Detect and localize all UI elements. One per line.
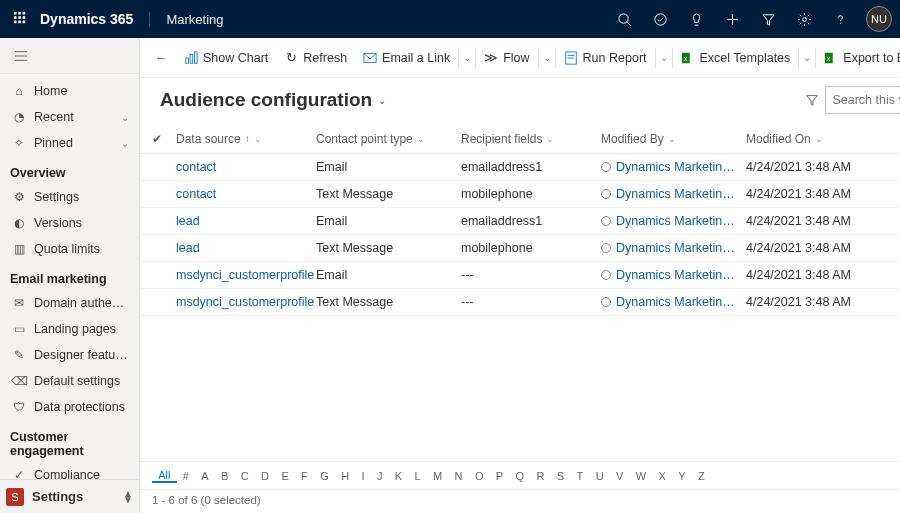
alpha-letter[interactable]: C <box>235 470 255 482</box>
data-source-link[interactable]: contact <box>176 160 216 174</box>
sidebar-item[interactable]: ▥Quota limits <box>0 236 139 262</box>
sidebar-item[interactable]: ⚙Settings <box>0 184 139 210</box>
help-icon[interactable] <box>822 0 858 38</box>
user-avatar[interactable]: NU <box>866 6 892 32</box>
sidebar-item[interactable]: ✓Compliance <box>0 462 139 479</box>
filter-icon[interactable] <box>750 0 786 38</box>
column-modified-on[interactable]: Modified On⌄ <box>746 132 886 146</box>
alpha-letter[interactable]: I <box>355 470 370 482</box>
data-source-link[interactable]: lead <box>176 214 200 228</box>
alpha-letter[interactable]: W <box>630 470 653 482</box>
cell-modified-by[interactable]: Dynamics Marketing Customer <box>601 268 746 282</box>
sidebar-area-switcher[interactable]: S Settings ▲▼ <box>0 479 139 513</box>
sidebar-item[interactable]: ✉Domain authentic... <box>0 290 139 316</box>
run-report-button[interactable]: Run Report <box>556 38 655 78</box>
alpha-letter[interactable]: # <box>177 470 196 482</box>
data-source-link[interactable]: lead <box>176 241 200 255</box>
cell-contact-point: Email <box>316 214 461 228</box>
gear-icon[interactable] <box>786 0 822 38</box>
brand-name[interactable]: Dynamics 365 <box>40 11 149 27</box>
email-link-button[interactable]: Email a Link <box>355 38 458 78</box>
view-title[interactable]: Audience configuration <box>160 89 372 111</box>
export-excel-button[interactable]: xExport to Excel <box>816 38 900 78</box>
cell-modified-by[interactable]: Dynamics Marketing Customer <box>601 187 746 201</box>
column-recipient-fields[interactable]: Recipient fields⌄ <box>461 132 601 146</box>
sidebar-item[interactable]: 🛡Data protections <box>0 394 139 420</box>
nav-icon: ▥ <box>10 242 28 256</box>
table-row[interactable]: leadText MessagemobilephoneDynamics Mark… <box>140 235 900 262</box>
cell-modified-by[interactable]: Dynamics Marketing Customer <box>601 295 746 309</box>
search-icon[interactable] <box>606 0 642 38</box>
report-split[interactable]: ⌄ <box>655 48 673 68</box>
back-button[interactable]: ← <box>146 38 176 78</box>
data-source-link[interactable]: msdynci_customerprofile <box>176 295 314 309</box>
sidebar-item-label: Domain authentic... <box>34 296 129 310</box>
alpha-letter[interactable]: F <box>295 470 314 482</box>
show-chart-button[interactable]: Show Chart <box>176 38 276 78</box>
alpha-letter[interactable]: T <box>570 470 589 482</box>
alpha-letter[interactable]: U <box>589 470 609 482</box>
refresh-button[interactable]: ↻Refresh <box>276 38 355 78</box>
alpha-letter[interactable]: L <box>408 470 427 482</box>
email-link-split[interactable]: ⌄ <box>458 48 476 68</box>
column-modified-by[interactable]: Modified By⌄ <box>601 132 746 146</box>
table-row[interactable]: msdynci_customerprofileEmail---Dynamics … <box>140 262 900 289</box>
cell-modified-by[interactable]: Dynamics Marketing Customer <box>601 241 746 255</box>
alpha-letter[interactable]: O <box>469 470 490 482</box>
app-launcher-icon[interactable] <box>0 11 40 28</box>
excel-templates-button[interactable]: xExcel Templates <box>673 38 799 78</box>
alpha-letter[interactable]: P <box>490 470 510 482</box>
presence-icon <box>601 243 611 253</box>
lightbulb-icon[interactable] <box>678 0 714 38</box>
chevron-down-icon[interactable]: ⌄ <box>378 95 386 106</box>
sidebar-item[interactable]: ◔Recent⌄ <box>0 104 139 130</box>
alpha-letter[interactable]: X <box>652 470 672 482</box>
table-row[interactable]: contactText MessagemobilephoneDynamics M… <box>140 181 900 208</box>
search-box[interactable] <box>825 86 900 114</box>
alpha-letter[interactable]: G <box>314 470 335 482</box>
flow-button[interactable]: ≫Flow <box>476 38 537 78</box>
sidebar-item-label: Versions <box>34 216 129 230</box>
sidebar-item[interactable]: ✧Pinned⌄ <box>0 130 139 156</box>
sidebar-item[interactable]: ⌫Default settings <box>0 368 139 394</box>
sidebar-item[interactable]: ◐Versions <box>0 210 139 236</box>
sidebar-item[interactable]: ▭Landing pages <box>0 316 139 342</box>
alpha-letter[interactable]: B <box>215 470 235 482</box>
alpha-letter[interactable]: E <box>275 470 295 482</box>
sidebar-item[interactable]: ⌂Home <box>0 78 139 104</box>
search-input[interactable] <box>832 93 900 107</box>
alpha-letter[interactable]: V <box>610 470 630 482</box>
alpha-letter[interactable]: D <box>255 470 275 482</box>
alpha-letter[interactable]: J <box>371 470 389 482</box>
alpha-letter[interactable]: All <box>152 469 177 483</box>
column-contact-point-type[interactable]: Contact point type⌄ <box>316 132 461 146</box>
alpha-letter[interactable]: H <box>335 470 355 482</box>
module-name[interactable]: Marketing <box>149 12 223 27</box>
add-icon[interactable] <box>714 0 750 38</box>
select-all-checkbox[interactable]: ✔ <box>152 132 176 146</box>
table-row[interactable]: contactEmailemailaddress1Dynamics Market… <box>140 154 900 181</box>
alpha-letter[interactable]: M <box>427 470 449 482</box>
alpha-letter[interactable]: Y <box>672 470 692 482</box>
table-row[interactable]: leadEmailemailaddress1Dynamics Marketing… <box>140 208 900 235</box>
column-filter-icon[interactable] <box>799 87 825 113</box>
alpha-letter[interactable]: Q <box>509 470 530 482</box>
alpha-letter[interactable]: A <box>195 470 215 482</box>
alpha-letter[interactable]: S <box>551 470 571 482</box>
alpha-letter[interactable]: N <box>448 470 468 482</box>
data-source-link[interactable]: msdynci_customerprofile <box>176 268 314 282</box>
sidebar-item[interactable]: ✎Designer feature ... <box>0 342 139 368</box>
task-icon[interactable] <box>642 0 678 38</box>
table-row[interactable]: msdynci_customerprofileText Message---Dy… <box>140 289 900 316</box>
data-source-link[interactable]: contact <box>176 187 216 201</box>
column-data-source[interactable]: Data source↑⌄ <box>176 132 316 146</box>
alpha-letter[interactable]: R <box>530 470 550 482</box>
nav-icon: ⌂ <box>10 84 28 98</box>
cell-modified-by[interactable]: Dynamics Marketing Customer <box>601 214 746 228</box>
hamburger-icon[interactable] <box>0 38 139 74</box>
alpha-letter[interactable]: K <box>389 470 409 482</box>
flow-split[interactable]: ⌄ <box>538 48 556 68</box>
templates-split[interactable]: ⌄ <box>798 48 816 68</box>
cell-modified-by[interactable]: Dynamics Marketing Customer <box>601 160 746 174</box>
alpha-letter[interactable]: Z <box>692 470 711 482</box>
